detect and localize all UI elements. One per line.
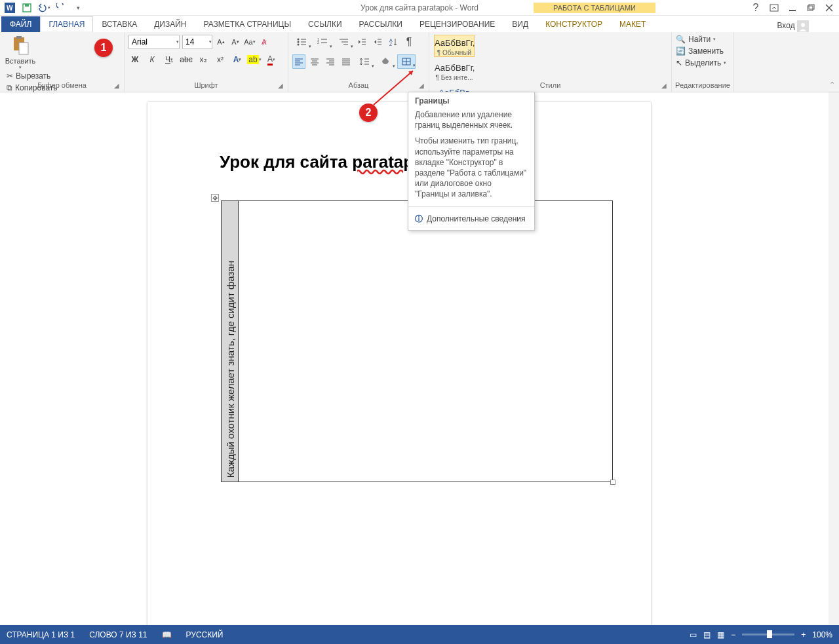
tab-page-layout[interactable]: РАЗМЕТКА СТРАНИЦЫ <box>195 16 300 32</box>
table[interactable]: Каждый охотник желает знать, где сидит ф… <box>221 200 613 482</box>
close-icon[interactable] <box>822 1 836 14</box>
zoom-slider[interactable] <box>742 634 794 635</box>
word-icon[interactable]: W <box>3 1 17 15</box>
align-center-icon[interactable] <box>308 54 321 69</box>
group-font: Arial▾ 14▾ A▴ A▾ Aa▾ A̷ Ж К Ч▾ abc x₂ x²… <box>125 32 288 92</box>
increase-indent-icon[interactable] <box>371 35 384 49</box>
numbering-icon[interactable]: 12▾ <box>313 35 332 49</box>
sort-icon[interactable]: AZ <box>387 35 400 49</box>
web-layout-icon[interactable]: ▦ <box>717 630 724 639</box>
svg-rect-7 <box>809 5 814 9</box>
redo-icon[interactable] <box>54 1 68 15</box>
shading-icon[interactable]: ▾ <box>376 54 395 69</box>
tab-design[interactable]: ДИЗАЙН <box>146 16 195 32</box>
group-label-font: Шрифт <box>125 80 288 90</box>
font-color-icon[interactable]: A▾ <box>265 53 278 66</box>
restore-icon[interactable] <box>804 1 818 14</box>
borders-tooltip: Границы Добавление или удаление границ в… <box>408 92 535 231</box>
font-launcher-icon[interactable]: ◢ <box>278 82 286 90</box>
paragraph-launcher-icon[interactable]: ◢ <box>419 82 427 90</box>
tooltip-desc-1: Добавление или удаление границ выделенны… <box>408 108 534 134</box>
zoom-level[interactable]: 100% <box>812 630 832 639</box>
font-name-combo[interactable]: Arial▾ <box>128 35 180 49</box>
tooltip-title: Границы <box>408 92 534 108</box>
tab-view[interactable]: ВИД <box>503 16 537 32</box>
svg-rect-14 <box>19 43 28 54</box>
paste-label: Вставить <box>5 57 36 65</box>
tab-file[interactable]: ФАЙЛ <box>1 16 40 32</box>
highlight-color-icon[interactable]: ab▾ <box>248 53 261 66</box>
shrink-font-icon[interactable]: A▾ <box>229 36 241 48</box>
status-bar: СТРАНИЦА 1 ИЗ 1 СЛОВО 7 ИЗ 11 📖 РУССКИЙ … <box>0 625 839 644</box>
paste-button[interactable]: Вставить ▾ <box>4 33 37 70</box>
table-move-handle-icon[interactable]: ✥ <box>211 194 219 202</box>
style-normal[interactable]: АаБбВвГг,¶ Обычный <box>434 35 475 57</box>
table-cell-rotated[interactable]: Каждый охотник желает знать, где сидит ф… <box>222 201 239 482</box>
clear-formatting-icon[interactable]: A̷ <box>258 36 270 48</box>
show-marks-icon[interactable]: ¶ <box>402 35 416 49</box>
superscript-button[interactable]: x² <box>214 53 227 66</box>
clipboard-launcher-icon[interactable]: ◢ <box>114 82 122 90</box>
tooltip-more-info[interactable]: ⓘДополнительные сведения <box>408 210 534 230</box>
vertical-scrollbar[interactable] <box>829 92 839 625</box>
tab-table-design[interactable]: КОНСТРУКТОР <box>537 16 611 32</box>
select-button[interactable]: ↖Выделить▾ <box>676 57 730 69</box>
svg-text:W: W <box>7 5 13 12</box>
read-mode-icon[interactable]: ▭ <box>690 630 697 639</box>
style-no-spacing[interactable]: АаБбВвГг,¶ Без инте... <box>434 60 475 82</box>
decrease-indent-icon[interactable] <box>355 35 368 49</box>
text-effects-icon[interactable]: A▾ <box>231 53 244 66</box>
table-resize-handle-icon[interactable] <box>610 480 615 485</box>
status-language[interactable]: РУССКИЙ <box>186 630 224 639</box>
proofing-icon[interactable]: 📖 <box>162 630 172 639</box>
collapse-ribbon-icon[interactable]: ⌃ <box>829 81 835 89</box>
replace-button[interactable]: 🔄Заменить <box>676 45 730 57</box>
group-label-paragraph: Абзац <box>288 80 429 90</box>
tab-home[interactable]: ГЛАВНАЯ <box>40 16 93 32</box>
bold-button[interactable]: Ж <box>128 53 142 66</box>
align-right-icon[interactable] <box>324 54 337 69</box>
line-spacing-icon[interactable]: ▾ <box>355 54 374 69</box>
strikethrough-button[interactable]: abc <box>180 53 193 66</box>
align-left-icon[interactable] <box>292 54 305 69</box>
svg-point-11 <box>801 23 805 27</box>
italic-button[interactable]: К <box>146 53 159 66</box>
grow-font-icon[interactable]: A▴ <box>215 36 227 48</box>
find-button[interactable]: 🔍Найти ▾ <box>676 33 730 45</box>
rotated-cell-text: Каждый охотник желает знать, где сидит ф… <box>224 261 235 478</box>
help-icon[interactable]: ? <box>749 1 763 14</box>
svg-rect-4 <box>770 5 778 11</box>
multilevel-list-icon[interactable]: ▾ <box>334 35 353 49</box>
print-layout-icon[interactable]: ▤ <box>703 630 711 639</box>
tab-insert[interactable]: ВСТАВКА <box>93 16 146 32</box>
undo-icon[interactable]: ▾ <box>37 1 51 15</box>
styles-launcher-icon[interactable]: ◢ <box>661 82 669 90</box>
bullets-icon[interactable]: ▾ <box>292 35 311 49</box>
ribbon-tabs: ФАЙЛ ГЛАВНАЯ ВСТАВКА ДИЗАЙН РАЗМЕТКА СТР… <box>0 16 839 32</box>
qat-customize-icon[interactable]: ▾ <box>71 1 85 15</box>
tab-mailings[interactable]: РАССЫЛКИ <box>351 16 411 32</box>
borders-button[interactable]: ▾ <box>397 54 416 69</box>
status-page[interactable]: СТРАНИЦА 1 ИЗ 1 <box>7 630 75 639</box>
align-justify-icon[interactable] <box>340 54 353 69</box>
ribbon: Вставить ▾ ✂Вырезать ⧉Копировать 🖌Формат… <box>0 32 839 92</box>
ribbon-display-icon[interactable] <box>767 1 781 14</box>
svg-point-15 <box>298 39 300 41</box>
binoculars-icon: 🔍 <box>676 35 686 44</box>
save-icon[interactable] <box>20 1 34 15</box>
minimize-icon[interactable] <box>785 1 800 14</box>
status-words[interactable]: СЛОВО 7 ИЗ 11 <box>89 630 147 639</box>
table-tools-title: РАБОТА С ТАБЛИЦАМИ <box>534 3 655 13</box>
page[interactable]: Урок для сайта paratapok ✥ Каждый охотни… <box>147 102 651 625</box>
subscript-button[interactable]: x₂ <box>197 53 210 66</box>
change-case-button[interactable]: Aa▾ <box>244 36 256 48</box>
font-size-combo[interactable]: 14▾ <box>182 35 212 49</box>
signin-link[interactable]: Вход <box>777 20 840 32</box>
tab-table-layout[interactable]: МАКЕТ <box>611 16 654 32</box>
zoom-out-icon[interactable]: − <box>731 630 735 639</box>
tab-references[interactable]: ССЫЛКИ <box>300 16 350 32</box>
zoom-in-icon[interactable]: + <box>801 630 806 639</box>
help-circle-icon: ⓘ <box>415 214 423 225</box>
underline-button[interactable]: Ч▾ <box>163 53 176 66</box>
tab-review[interactable]: РЕЦЕНЗИРОВАНИЕ <box>411 16 503 32</box>
